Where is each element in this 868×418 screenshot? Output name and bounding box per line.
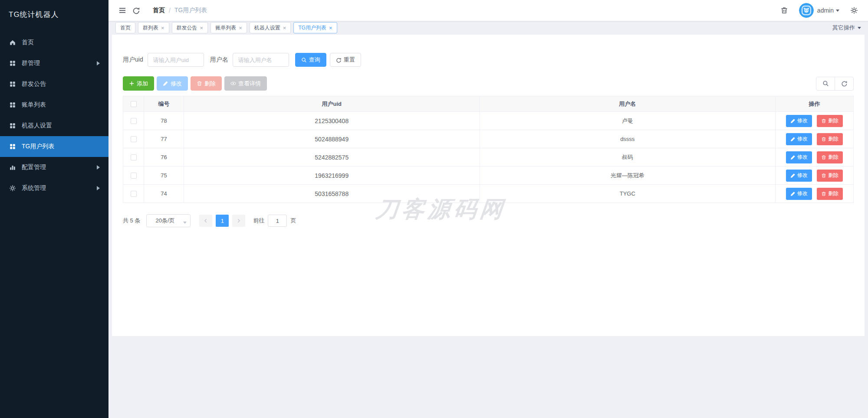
- row-edit-button[interactable]: 修改: [786, 151, 812, 163]
- row-delete-button[interactable]: 删除: [817, 133, 843, 145]
- uid-label: 用户uid: [123, 56, 143, 64]
- pager: 1: [197, 215, 247, 227]
- tab-broadcast[interactable]: 群发公告 ×: [172, 22, 208, 33]
- cell-id: 78: [144, 112, 184, 130]
- refresh-icon: [841, 80, 848, 87]
- sidebar-item-bill-list[interactable]: 账单列表: [0, 95, 108, 115]
- pen-icon: [790, 137, 796, 142]
- sidebar-item-broadcast[interactable]: 群发公告: [0, 74, 108, 95]
- chevron-down-icon: [858, 27, 861, 31]
- tab-robot-settings[interactable]: 机器人设置 ×: [250, 22, 291, 33]
- delete-button[interactable]: 删除: [191, 76, 222, 91]
- row-edit-label: 修改: [797, 190, 808, 197]
- chevron-down-icon: [183, 222, 187, 225]
- name-input[interactable]: [233, 53, 289, 67]
- page-unit-label: 页: [290, 217, 296, 225]
- close-icon[interactable]: ×: [329, 25, 332, 31]
- row-edit-button[interactable]: 修改: [786, 115, 812, 127]
- search-icon: [301, 57, 307, 63]
- trash-icon: [821, 155, 826, 160]
- pen-icon: [790, 118, 796, 124]
- row-delete-label: 删除: [828, 190, 838, 197]
- view-detail-button[interactable]: 查看详情: [224, 76, 267, 91]
- row-checkbox[interactable]: [131, 118, 137, 124]
- add-button[interactable]: 添加: [123, 76, 154, 91]
- row-edit-button[interactable]: 修改: [786, 133, 812, 145]
- query-button[interactable]: 查询: [295, 53, 326, 67]
- table-refresh-button[interactable]: [835, 77, 854, 91]
- edit-button[interactable]: 修改: [157, 76, 188, 91]
- chevron-right-icon: [236, 218, 241, 223]
- sidebar-item-config-manage[interactable]: 配置管理: [0, 157, 108, 178]
- gear-icon: [9, 184, 16, 192]
- row-delete-button[interactable]: 删除: [817, 188, 843, 200]
- cell-uid: 2125300408: [184, 112, 480, 130]
- table-toolbar: 添加 修改 删除 查看详情: [123, 76, 854, 91]
- plus-icon: [129, 81, 135, 86]
- page-number-1[interactable]: 1: [216, 215, 229, 227]
- gear-icon[interactable]: [847, 3, 861, 17]
- chevron-left-icon: [203, 218, 208, 223]
- caret-right-icon: [97, 186, 100, 190]
- prev-page-button[interactable]: [199, 215, 212, 227]
- cell-id: 74: [144, 185, 184, 203]
- goto-page-input[interactable]: [268, 215, 287, 227]
- tab-group-list[interactable]: 群列表 ×: [138, 22, 169, 33]
- hamburger-icon[interactable]: [115, 3, 129, 17]
- goto-label: 前往: [253, 217, 264, 225]
- close-icon[interactable]: ×: [283, 25, 286, 31]
- close-icon[interactable]: ×: [161, 25, 164, 31]
- home-icon: [9, 39, 16, 46]
- row-delete-button[interactable]: 删除: [817, 151, 843, 163]
- cell-name: TYGC: [480, 185, 776, 203]
- edit-button-label: 修改: [171, 80, 182, 88]
- row-checkbox[interactable]: [131, 154, 137, 160]
- pen-icon: [163, 81, 168, 86]
- tab-tg-user-list[interactable]: TG用户列表 ×: [293, 22, 337, 33]
- sidebar-item-home[interactable]: 首页: [0, 32, 108, 53]
- trash-icon[interactable]: [777, 3, 791, 17]
- header-actions: 操作: [776, 96, 854, 112]
- tabs-more-dropdown[interactable]: 其它操作: [832, 24, 861, 32]
- username-label: admin: [817, 7, 839, 14]
- page-size-select[interactable]: 20条/页: [146, 214, 191, 227]
- select-all-checkbox[interactable]: [131, 101, 137, 107]
- row-edit-button[interactable]: 修改: [786, 170, 812, 182]
- row-delete-label: 删除: [828, 135, 838, 143]
- table-row: 78 2125300408 卢曼 修改 删除: [123, 112, 854, 130]
- close-icon[interactable]: ×: [200, 25, 204, 31]
- username-text: admin: [817, 7, 834, 14]
- refresh-icon: [336, 57, 342, 63]
- row-delete-button[interactable]: 删除: [817, 170, 843, 182]
- reset-button[interactable]: 重置: [330, 53, 361, 67]
- eye-icon: [230, 81, 236, 86]
- table-search-button[interactable]: [816, 77, 835, 91]
- sidebar-item-tg-user-list[interactable]: TG用户列表: [0, 136, 108, 157]
- cell-name: dssss: [480, 130, 776, 148]
- row-checkbox[interactable]: [131, 173, 137, 179]
- tab-home[interactable]: 首页: [115, 22, 135, 33]
- row-checkbox[interactable]: [131, 191, 137, 197]
- uid-input[interactable]: [148, 53, 204, 67]
- sidebar-item-group-manage[interactable]: 群管理: [0, 53, 108, 74]
- user-menu[interactable]: admin: [799, 3, 839, 18]
- sidebar-item-system-manage[interactable]: 系统管理: [0, 178, 108, 199]
- row-delete-label: 删除: [828, 153, 838, 161]
- breadcrumb-home[interactable]: 首页: [153, 7, 165, 14]
- next-page-button[interactable]: [232, 215, 245, 227]
- tab-bill-list[interactable]: 账单列表 ×: [210, 22, 247, 33]
- close-icon[interactable]: ×: [239, 25, 242, 31]
- add-button-label: 添加: [137, 80, 148, 88]
- row-checkbox[interactable]: [131, 136, 137, 142]
- tab-label: 机器人设置: [254, 24, 280, 32]
- trash-icon: [197, 81, 202, 86]
- sidebar-item-robot-settings[interactable]: 机器人设置: [0, 115, 108, 136]
- row-edit-button[interactable]: 修改: [786, 188, 812, 200]
- top-navbar: 首页 / TG用户列表: [108, 0, 868, 21]
- table-row: 77 5024888949 dssss 修改 删除: [123, 130, 854, 148]
- trash-icon: [821, 137, 826, 142]
- name-label: 用户名: [210, 56, 228, 64]
- refresh-icon[interactable]: [129, 3, 143, 17]
- row-delete-button[interactable]: 删除: [817, 115, 843, 127]
- pen-icon: [790, 155, 796, 160]
